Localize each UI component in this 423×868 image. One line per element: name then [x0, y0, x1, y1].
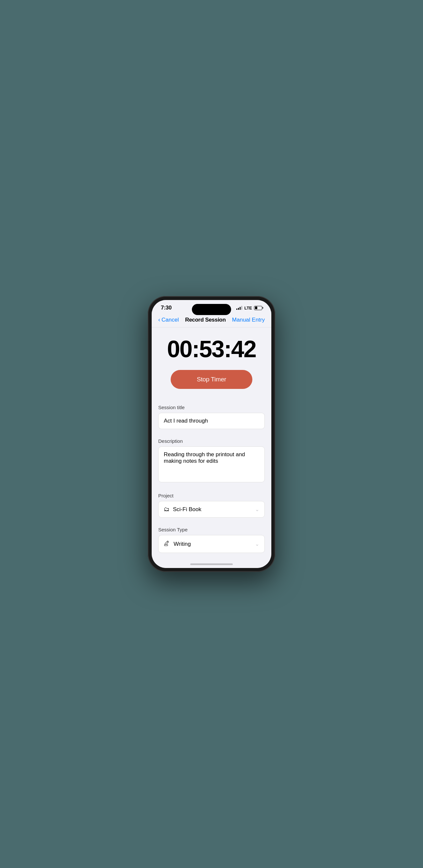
writing-icon: [164, 540, 170, 548]
session-title-input[interactable]: [158, 413, 265, 429]
cancel-label: Cancel: [161, 317, 179, 323]
dynamic-island: [192, 304, 231, 315]
session-type-value: Writing: [174, 541, 191, 548]
signal-bars-icon: [236, 306, 242, 310]
page-title: Record Session: [185, 317, 225, 323]
status-right: LTE: [236, 306, 262, 310]
nav-bar: ‹ Cancel Record Session Manual Entry: [152, 314, 271, 328]
status-time: 7:30: [161, 305, 172, 311]
project-value: Sci-Fi Book: [173, 506, 201, 513]
manual-entry-label: Manual Entry: [232, 317, 265, 323]
timer-section: 00:53:42 Stop Timer: [158, 328, 265, 396]
description-section: Description Reading through the printout…: [158, 438, 265, 484]
project-dropdown[interactable]: 🗂 Sci-Fi Book ⌄: [158, 501, 265, 518]
phone-frame: 7:30 LTE ‹ Cancel Record Session: [148, 296, 275, 572]
description-input[interactable]: Reading through the printout and making …: [158, 446, 265, 483]
session-type-dropdown[interactable]: Writing ⌄: [158, 535, 265, 553]
session-type-chevron-icon: ⌄: [255, 541, 259, 547]
home-bar: [190, 563, 233, 565]
stop-timer-button[interactable]: Stop Timer: [171, 370, 252, 389]
lte-label: LTE: [244, 306, 252, 310]
cancel-button[interactable]: ‹ Cancel: [158, 316, 179, 323]
project-section: Project 🗂 Sci-Fi Book ⌄: [158, 493, 265, 518]
session-type-label: Session Type: [158, 527, 265, 532]
chevron-left-icon: ‹: [158, 316, 160, 323]
project-label: Project: [158, 493, 265, 498]
main-content: 00:53:42 Stop Timer Session title Descri…: [152, 328, 271, 560]
battery-icon: [254, 306, 262, 310]
chevron-down-icon: ⌄: [255, 506, 259, 513]
project-icon: 🗂: [164, 506, 170, 513]
manual-entry-button[interactable]: Manual Entry: [232, 317, 265, 323]
home-indicator: [152, 560, 271, 568]
session-type-section: Session Type Writing ⌄: [158, 527, 265, 553]
timer-display: 00:53:42: [158, 337, 265, 361]
session-title-section: Session title: [158, 405, 265, 429]
stop-timer-label: Stop Timer: [197, 376, 226, 383]
description-label: Description: [158, 438, 265, 444]
session-title-label: Session title: [158, 405, 265, 410]
phone-screen: 7:30 LTE ‹ Cancel Record Session: [152, 300, 271, 568]
